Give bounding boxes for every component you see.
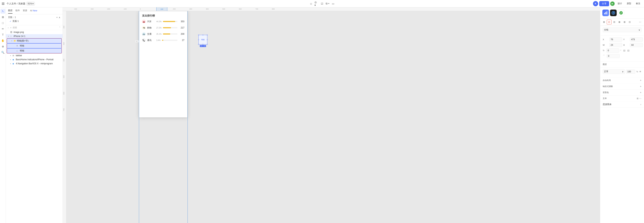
design-mode-button[interactable]: 设计 <box>616 2 624 6</box>
search-collapse-icon[interactable]: ⌃ <box>59 26 61 29</box>
app-icon-dark-circle[interactable] <box>610 10 617 16</box>
right-tool-more[interactable]: ⋯ <box>638 20 642 25</box>
corner-input[interactable] <box>607 54 620 58</box>
group-select[interactable]: 分组 ∨ <box>603 28 642 32</box>
font-chevron-icon[interactable]: ∨ <box>640 103 642 105</box>
handle-rm[interactable] <box>207 39 208 40</box>
text-tool[interactable]: T <box>0 32 5 37</box>
layer-item-mingxi-group[interactable]: 📁 明细(图+字) <box>7 38 62 43</box>
tab-layers[interactable]: 图层 <box>8 8 12 14</box>
menu-icon[interactable] <box>2 2 6 6</box>
bg-color-add-icon[interactable]: + <box>640 91 642 94</box>
handle-br[interactable] <box>207 44 208 45</box>
mirror-icon[interactable]: ⊟ <box>623 49 626 52</box>
topbar-right: K 分享 ▶ 设计 原型 标注 <box>593 1 642 6</box>
shopping-bar-container <box>163 27 178 28</box>
app-icon-bar-chart[interactable] <box>602 10 609 16</box>
ruler-mark-v: 600 <box>63 92 65 95</box>
tabbar-expand-icon[interactable] <box>10 54 12 57</box>
ruler-mark-h: -400 <box>74 8 77 10</box>
target-icon[interactable]: ◎ ▾ <box>314 2 318 6</box>
visibility-icon[interactable]: 👁 <box>639 70 642 73</box>
layer-item-nav-bar[interactable]: ◆ 4.Navigation Bar/IOS X - miniprogram <box>6 62 62 66</box>
auto-layout-add-icon[interactable]: + <box>640 79 642 82</box>
canvas-area[interactable]: -400 -300 -200 -100 0 100 200 300 400 50… <box>63 7 600 223</box>
canvas-content[interactable]: 支出排行榜 🚗 汽车 44.3% 353 <box>66 11 600 223</box>
app-container: 个人文件 / 无标题 91% ▾ ◇ ◎ ▾ ☑ ⧉ ▾ ▭ K 分享 ▶ 设计… <box>0 0 644 223</box>
group-icon: 📁 <box>14 40 16 42</box>
iphone14-expand-icon[interactable] <box>7 35 10 37</box>
ruler-mark-h: 700 <box>256 8 258 10</box>
component-size-badge: 24 × 44 <box>200 45 206 47</box>
mark-mode-button[interactable]: 标注 <box>634 2 642 6</box>
pages-actions: + ∧ <box>56 16 60 19</box>
search-chevron: ∨ <box>10 27 12 29</box>
rotation-input[interactable] <box>606 49 619 53</box>
handle-tl[interactable] <box>198 35 199 36</box>
right-tool-2-active[interactable]: ⊡ <box>607 20 612 25</box>
tab-assets[interactable]: 资源 <box>23 8 27 14</box>
handle-lm[interactable] <box>198 39 199 40</box>
h-input[interactable] <box>630 43 643 47</box>
layer-item-mingxi-comp[interactable]: □ 明细 <box>7 48 62 53</box>
play-button[interactable]: ▶ <box>610 2 615 6</box>
zoom-tool[interactable]: 🔍 <box>0 50 5 55</box>
text-action-more-icon[interactable]: ⋯ <box>639 97 642 100</box>
right-tool-4[interactable]: ⊠ <box>617 20 622 25</box>
proto-mode-button[interactable]: 原型 <box>625 2 633 6</box>
frame-tool[interactable]: ⊞ <box>0 15 5 20</box>
diamond-icon[interactable]: ◇ <box>309 2 313 6</box>
tab-ai[interactable]: AI New <box>30 8 37 14</box>
handle-tm[interactable] <box>202 35 204 36</box>
zoom-value: 91% <box>28 3 32 5</box>
handle-bm[interactable] <box>202 44 204 45</box>
bars-home-expand-icon[interactable] <box>10 58 12 61</box>
nav-bar-expand-icon[interactable] <box>10 63 12 65</box>
select-tool[interactable]: ↖ <box>0 9 5 14</box>
hand-tool[interactable]: ✋ <box>0 38 5 43</box>
panel-tabs: 图层 组件 资源 AI New <box>6 7 62 14</box>
mirror-icon-2[interactable]: ⊟ <box>627 49 630 52</box>
add-page-icon[interactable]: + <box>56 16 58 19</box>
checkbox-icon[interactable]: ☑ <box>320 2 324 6</box>
tab-components[interactable]: 组件 <box>16 8 20 14</box>
x-input[interactable] <box>609 38 622 42</box>
layer-item-mingxi-text[interactable]: T 明细 <box>7 43 62 48</box>
page-1-item[interactable]: ✓ 页面 1 <box>8 19 60 24</box>
layer-item-bars-home[interactable]: ◆ Bars/Home Indicators/iPhone - Portrait <box>6 58 62 62</box>
right-tool-1[interactable]: ⊞ <box>602 20 606 25</box>
handle-tr[interactable] <box>207 35 208 36</box>
text-action-grid-icon[interactable]: ⊞ <box>637 97 638 100</box>
ruler-mark-h: 600 <box>239 8 242 10</box>
copy-icon[interactable]: ⧉ ▾ <box>326 2 330 6</box>
component-tool[interactable]: ⊛ <box>0 44 5 49</box>
layer-item-iphone14[interactable]: □ iPhone 14 1 <box>6 34 62 38</box>
ruler-mark-v: 400 <box>63 59 65 62</box>
expense-row-shopping: 🛍 购物 27.2% 217 <box>142 26 184 30</box>
component-box[interactable]: 明细 <box>198 35 207 45</box>
car-bar <box>163 21 175 22</box>
zoom-button[interactable]: 91% ▾ <box>26 2 35 6</box>
right-tool-5[interactable]: ⊞ <box>622 20 627 25</box>
share-button[interactable]: 分享 <box>599 1 609 6</box>
search-input[interactable] <box>13 26 58 29</box>
app-icon-green-circle[interactable] <box>618 10 624 16</box>
opacity-input[interactable] <box>626 70 635 74</box>
pen-tool[interactable]: ✏ <box>0 27 5 31</box>
right-tool-3[interactable]: ⊟ <box>612 20 617 25</box>
layer-item-image[interactable]: 🖼 image.png <box>6 30 62 34</box>
phone-frame[interactable]: 支出排行榜 🚗 汽车 44.3% 353 <box>139 11 188 118</box>
car-name: 汽车 <box>147 20 154 23</box>
responsive-add-icon[interactable]: + <box>640 85 642 88</box>
rect-tool[interactable]: □ <box>0 21 5 25</box>
collapse-pages-icon[interactable]: ∧ <box>59 16 60 19</box>
right-tool-6[interactable]: ⊡ <box>627 20 632 25</box>
canvas-component-mingxi[interactable]: 明细 24 × 44 <box>198 35 207 47</box>
layer-mode-select[interactable]: 正常 ∨ <box>603 69 625 74</box>
mingxi-group-expand-icon[interactable] <box>11 40 13 42</box>
w-input[interactable] <box>609 43 622 47</box>
layer-item-tabbar[interactable]: ⊞ tabbar <box>6 54 62 58</box>
y-input[interactable] <box>630 38 643 42</box>
screen-icon[interactable]: ▭ <box>331 2 335 6</box>
handle-bl[interactable] <box>198 44 199 45</box>
